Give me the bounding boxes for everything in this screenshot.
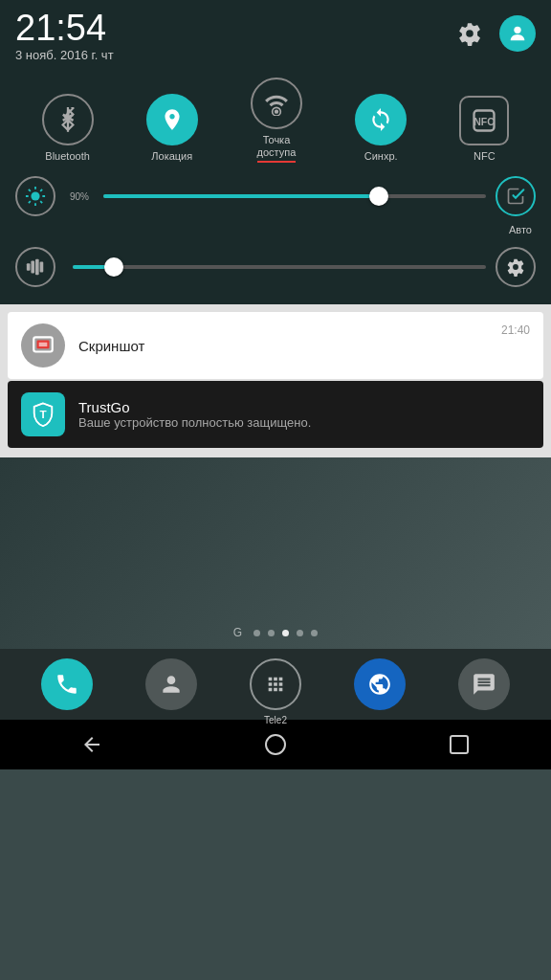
sync-label: Синхр. <box>364 150 398 163</box>
nfc-circle: NFC <box>459 96 509 145</box>
recents-button[interactable] <box>448 733 471 756</box>
sound-settings-button[interactable] <box>496 247 536 287</box>
brightness-percent: 90% <box>65 191 94 202</box>
svg-rect-13 <box>39 343 48 346</box>
bluetooth-circle: ✱ <box>42 94 94 145</box>
quick-settings-panel: 21:54 3 нояб. 2016 г. чт <box>0 0 551 304</box>
brightness-row: 90% <box>15 176 536 216</box>
dock-contacts[interactable] <box>145 658 197 710</box>
clock-time: 21:54 <box>15 10 114 46</box>
toggle-sync[interactable]: Синхр. <box>355 94 407 163</box>
svg-point-0 <box>514 27 520 33</box>
svg-rect-8 <box>31 261 34 274</box>
volume-icon[interactable] <box>15 247 55 287</box>
hotspot-circle <box>251 78 302 129</box>
toggle-location[interactable]: Локация <box>146 94 198 163</box>
notifications-area: Скриншот 21:40 T TrustGo Ваше устройство… <box>0 304 551 457</box>
toggle-bluetooth[interactable]: ✱ Bluetooth <box>42 94 94 163</box>
dock-messages[interactable] <box>458 658 510 710</box>
settings-button[interactable] <box>452 15 488 52</box>
nav-bar <box>0 720 551 769</box>
notification-trustgo[interactable]: T TrustGo Ваше устройство полностью защи… <box>8 381 543 448</box>
trustgo-notif-title: TrustGo <box>78 399 530 415</box>
bluetooth-label: Bluetooth <box>45 150 89 163</box>
user-button[interactable] <box>499 15 536 52</box>
svg-rect-9 <box>35 259 39 276</box>
dock-apps-grid[interactable]: Tele2 <box>250 658 301 710</box>
svg-rect-10 <box>40 262 44 273</box>
notification-screenshot[interactable]: Скриншот 21:40 <box>8 312 543 379</box>
hotspot-label: Точкадоступа <box>257 134 297 163</box>
location-circle <box>146 94 198 145</box>
apps-grid-label: Tele2 <box>264 715 287 725</box>
page-dot-4 <box>297 630 303 636</box>
toggles-row: ✱ Bluetooth Локация <box>15 78 536 163</box>
trustgo-notif-subtitle: Ваше устройство полностью защищено. <box>78 415 530 430</box>
sliders-section: 90% Авто <box>15 176 536 287</box>
home-area: G <box>0 457 551 649</box>
google-indicator: G <box>233 626 242 639</box>
location-label: Локация <box>151 150 192 163</box>
svg-point-6 <box>31 192 39 201</box>
dock-browser[interactable] <box>354 658 406 710</box>
page-dot-2 <box>268 630 275 636</box>
svg-text:✱: ✱ <box>61 109 75 128</box>
status-bar: 21:54 3 нояб. 2016 г. чт <box>15 10 536 62</box>
screenshot-notif-icon <box>21 323 65 368</box>
status-icons <box>452 15 536 52</box>
dock-phone[interactable] <box>41 658 93 710</box>
trustgo-notif-content: TrustGo Ваше устройство полностью защище… <box>78 399 530 430</box>
time-block: 21:54 3 нояб. 2016 г. чт <box>15 10 114 62</box>
nfc-label: NFC <box>474 150 496 163</box>
home-button[interactable] <box>264 733 287 756</box>
dock: Tele2 <box>0 649 551 720</box>
svg-rect-16 <box>451 736 468 753</box>
svg-text:NFC: NFC <box>474 116 496 127</box>
brightness-slider[interactable] <box>103 194 486 198</box>
volume-slider[interactable] <box>73 265 486 269</box>
svg-rect-7 <box>27 264 31 271</box>
toggle-hotspot[interactable]: Точкадоступа <box>251 78 302 163</box>
page-dot-3 <box>282 630 289 636</box>
screenshot-notif-content: Скриншот <box>78 338 488 354</box>
brightness-icon[interactable] <box>15 176 55 216</box>
apps-grid-icon <box>250 658 301 710</box>
page-indicators: G <box>0 616 551 649</box>
trustgo-notif-icon: T <box>21 392 65 436</box>
back-button[interactable] <box>80 733 103 756</box>
screenshot-notif-time: 21:40 <box>501 323 530 337</box>
page-dot-5 <box>311 630 318 636</box>
screenshot-notif-title: Скриншот <box>78 338 488 354</box>
svg-point-2 <box>275 110 278 114</box>
svg-text:T: T <box>39 408 46 420</box>
auto-label: Авто <box>509 224 532 235</box>
page-dot-1 <box>253 630 260 636</box>
clock-date: 3 нояб. 2016 г. чт <box>15 48 114 62</box>
sync-circle <box>355 94 407 145</box>
toggle-nfc[interactable]: NFC NFC <box>459 96 509 163</box>
svg-point-15 <box>266 735 285 754</box>
auto-brightness-button[interactable] <box>496 176 536 216</box>
volume-row <box>15 247 536 287</box>
